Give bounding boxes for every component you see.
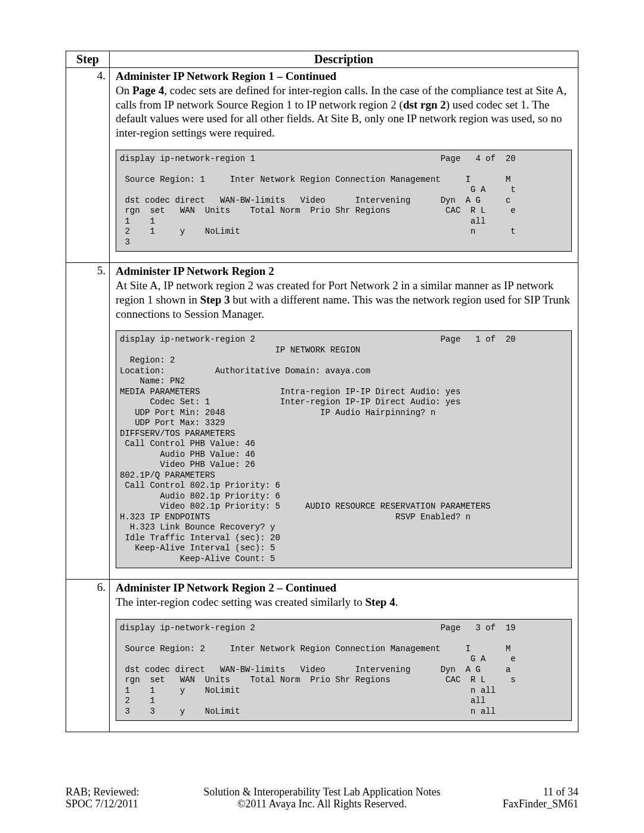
code-block: display ip-network-region 1 Page 4 of 20…: [116, 150, 572, 252]
para-dstrgn: dst rgn 2: [403, 98, 446, 111]
row-title: Administer IP Network Region 2 – Continu…: [116, 581, 336, 594]
table-row: 6. Administer IP Network Region 2 – Cont…: [66, 580, 578, 732]
header-description: Description: [110, 51, 578, 68]
header-step: Step: [66, 51, 110, 68]
footer-left-line1: RAB; Reviewed:: [66, 786, 140, 798]
para-step4: Step 4: [366, 596, 395, 608]
code-block: display ip-network-region 2 Page 1 of 20…: [116, 330, 572, 568]
code-block: display ip-network-region 2 Page 3 of 19…: [116, 619, 572, 721]
footer-center-line1: Solution & Interoperability Test Lab App…: [203, 786, 440, 798]
para-pre: The inter-region codec setting was creat…: [116, 596, 366, 608]
step-number: 5.: [66, 263, 110, 580]
para-page4: Page 4: [132, 84, 164, 97]
page: Step Description 4. Administer IP Networ…: [0, 0, 644, 833]
description-cell: Administer IP Network Region 2 At Site A…: [110, 263, 578, 580]
step-number: 6.: [66, 580, 110, 732]
para-on: On: [116, 84, 132, 97]
footer-left: RAB; Reviewed: SPOC 7/12/2011: [66, 786, 185, 810]
footer-left-line2: SPOC 7/12/2011: [66, 798, 138, 810]
description-text: Administer IP Network Region 2 At Site A…: [116, 264, 572, 321]
footer-right-line1: 11 of 34: [543, 786, 578, 798]
footer-right-line2: FaxFinder_SM61: [503, 798, 578, 810]
row-title: Administer IP Network Region 2: [116, 265, 274, 277]
row-title: Administer IP Network Region 1 – Continu…: [116, 70, 336, 82]
description-cell: Administer IP Network Region 1 – Continu…: [110, 68, 578, 263]
description-text: Administer IP Network Region 2 – Continu…: [116, 581, 572, 609]
step-number: 4.: [66, 68, 110, 263]
table-row: 4. Administer IP Network Region 1 – Cont…: [66, 68, 578, 263]
para-post: .: [395, 596, 398, 608]
para-step3: Step 3: [200, 293, 230, 306]
steps-table: Step Description 4. Administer IP Networ…: [66, 51, 578, 732]
footer-right: 11 of 34 FaxFinder_SM61: [459, 786, 578, 810]
table-header-row: Step Description: [66, 51, 578, 68]
footer-center: Solution & Interoperability Test Lab App…: [185, 786, 459, 810]
description-text: Administer IP Network Region 1 – Continu…: [116, 69, 572, 140]
footer-center-line2: ©2011 Avaya Inc. All Rights Reserved.: [237, 798, 407, 810]
table-row: 5. Administer IP Network Region 2 At Sit…: [66, 263, 578, 580]
description-cell: Administer IP Network Region 2 – Continu…: [110, 580, 578, 732]
footer: RAB; Reviewed: SPOC 7/12/2011 Solution &…: [66, 786, 578, 810]
